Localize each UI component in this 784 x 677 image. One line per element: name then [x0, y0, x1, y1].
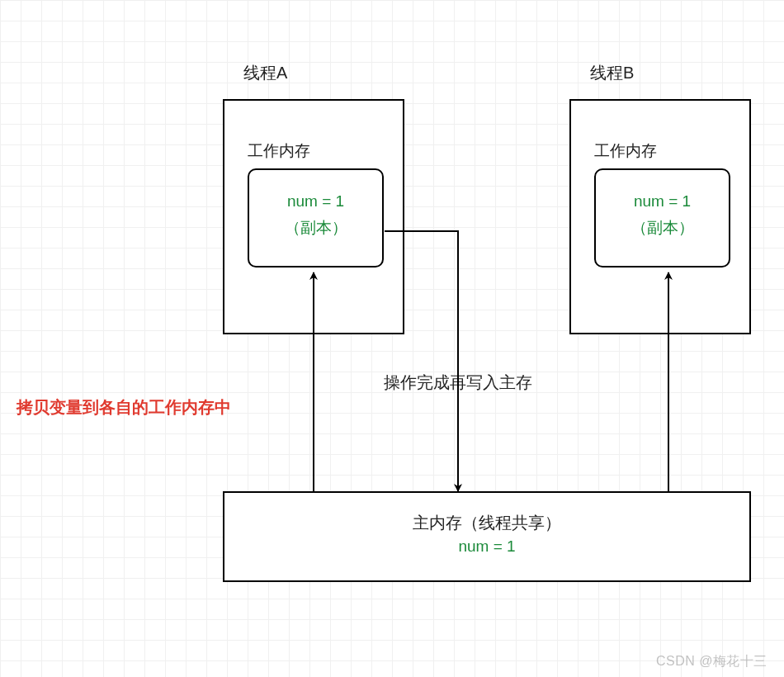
thread-a-inner-box: num = 1 （副本）	[248, 168, 384, 267]
main-memory-title: 主内存（线程共享）	[224, 508, 749, 537]
watermark: CSDN @梅花十三	[656, 653, 767, 670]
thread-a-title: 线程A	[243, 62, 287, 84]
writeback-annotation: 操作完成再写入主存	[384, 372, 532, 394]
main-memory-box: 主内存（线程共享） num = 1	[223, 491, 751, 582]
thread-b-title: 线程B	[590, 62, 634, 84]
thread-b-box: 工作内存 num = 1 （副本）	[569, 99, 751, 334]
thread-a-workmem-label: 工作内存	[248, 140, 310, 162]
thread-a-box: 工作内存 num = 1 （副本）	[223, 99, 404, 334]
thread-a-copy: （副本）	[249, 215, 382, 241]
main-memory-num: num = 1	[224, 537, 749, 556]
thread-b-copy: （副本）	[596, 215, 729, 241]
thread-b-inner-box: num = 1 （副本）	[594, 168, 730, 267]
thread-a-num: num = 1	[249, 188, 382, 215]
thread-b-num: num = 1	[596, 188, 729, 215]
copy-annotation: 拷贝变量到各自的工作内存中	[17, 396, 231, 419]
thread-b-workmem-label: 工作内存	[594, 140, 657, 162]
